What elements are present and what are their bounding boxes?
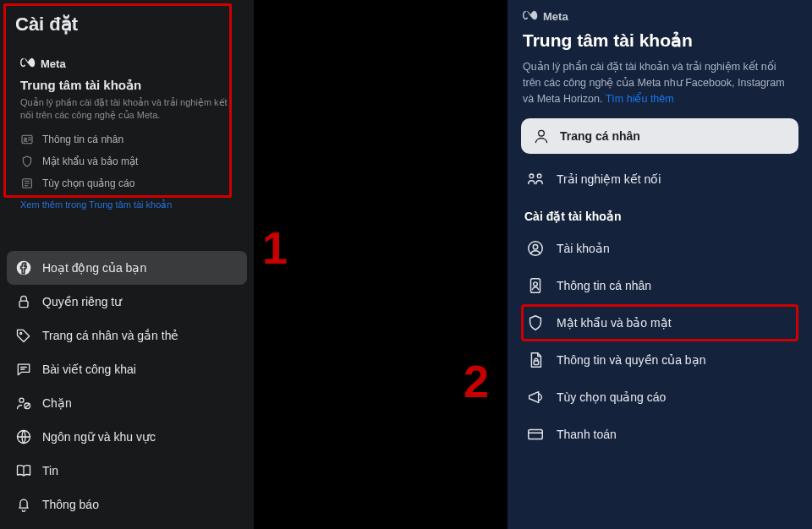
account-item-accounts[interactable]: Tài khoản [521,230,798,267]
account-settings-header: Cài đặt tài khoản [524,210,795,223]
bell-icon [15,496,32,513]
annotation-number-1: 1 [262,221,288,274]
svg-point-12 [537,174,541,178]
account-center-card-title: Trung tâm tài khoản [20,78,233,93]
ac-item-label: Thông tin cá nhân [42,134,123,145]
account-center-panel: 2 Meta Trung tâm tài khoản Quản lý phần … [508,0,812,529]
id-badge-icon [526,276,545,295]
meta-brand-label: Meta [41,57,66,70]
menu-language-region[interactable]: Ngôn ngữ và khu vực [7,420,247,454]
account-item-payments[interactable]: Thanh toán [521,416,798,453]
settings-title: Cài đặt [15,14,239,35]
svg-point-14 [533,245,538,250]
menu-label: Tin [42,464,58,477]
annotation-number-2: 2 [464,355,489,407]
person-block-icon [15,395,32,412]
ac-item-label: Mật khẩu và bảo mật [42,155,138,167]
menu-label: Bài viết công khai [42,363,136,376]
person-icon [533,128,550,145]
tag-icon [15,327,32,344]
account-center-card[interactable]: Meta Trung tâm tài khoản Quản lý phần cà… [12,49,242,221]
profile-button[interactable]: Trang cá nhân [521,118,798,154]
account-item-personal-info[interactable]: Thông tin cá nhân [521,267,798,304]
menu-your-activity[interactable]: Hoạt động của bạn [7,251,247,285]
svg-point-16 [534,282,538,286]
facebook-icon [15,259,32,276]
ac-item-ad-preferences[interactable]: Tùy chọn quảng cáo [15,172,239,194]
profile-button-label: Trang cá nhân [560,129,640,143]
connected-experiences-label: Trải nghiệm kết nối [557,172,661,186]
menu-privacy[interactable]: Quyền riêng tư [7,285,247,319]
menu-profile-tagging[interactable]: Trang cá nhân và gắn thẻ [7,319,247,352]
account-center-more-link[interactable]: Xem thêm trong Trung tâm tài khoản [20,199,233,210]
svg-rect-4 [19,301,28,308]
settings-menu: Hoạt động của bạn Quyền riêng tư Trang c… [7,251,247,529]
item-label: Thanh toán [557,428,617,441]
megaphone-icon [526,388,545,406]
menu-video[interactable]: Video [7,521,247,529]
account-item-info-permissions[interactable]: Thông tin và quyền của bạn [521,341,798,379]
panel-gap: 1 [254,0,508,529]
person-circle-icon [526,239,545,258]
menu-label: Hoạt động của bạn [42,261,146,275]
item-label: Thông tin và quyền của bạn [557,353,705,367]
shield-icon [20,155,34,168]
menu-label: Chặn [42,396,72,410]
newspaper-icon [20,177,34,190]
svg-rect-0 [22,135,32,143]
meta-brand: Meta [20,56,233,71]
menu-label: Quyền riêng tư [42,295,122,308]
id-card-icon [20,133,34,146]
connected-experiences[interactable]: Trải nghiệm kết nối [521,161,798,198]
menu-label: Thông báo [42,498,99,511]
account-center-desc: Quản lý phần cài đặt tài khoản và trải n… [523,59,797,106]
menu-label: Ngôn ngữ và khu vực [42,430,156,444]
menu-stories[interactable]: Tin [7,454,247,488]
svg-rect-18 [529,430,543,439]
menu-public-posts[interactable]: Bài viết công khai [7,352,247,386]
settings-panel: Cài đặt Meta Trung tâm tài khoản Quản lý… [0,0,254,529]
meta-brand-label: Meta [543,10,568,23]
svg-point-1 [25,138,27,140]
book-open-icon [15,462,32,479]
menu-label: Trang cá nhân và gắn thẻ [42,329,178,342]
account-item-password-security[interactable]: Mật khẩu và bảo mật [521,304,798,341]
svg-point-10 [539,131,545,137]
credit-card-icon [526,425,545,444]
menu-notifications[interactable]: Thông báo [7,488,247,521]
lock-icon [15,293,32,310]
account-center-shortlist: Thông tin cá nhân Mật khẩu và bảo mật Tù… [15,128,239,194]
ac-item-password-security[interactable]: Mật khẩu và bảo mật [15,150,239,172]
menu-blocking[interactable]: Chặn [7,386,247,420]
svg-point-6 [19,398,24,402]
ac-item-label: Tùy chọn quảng cáo [42,177,134,189]
globe-icon [15,428,32,445]
shield-icon [526,314,545,332]
learn-more-link[interactable]: Tìm hiểu thêm [606,93,674,105]
item-label: Thông tin cá nhân [557,279,651,292]
account-center-card-desc: Quản lý phần cài đặt tài khoản và trải n… [20,96,233,122]
svg-point-11 [529,174,534,178]
comment-icon [15,361,32,378]
item-label: Tài khoản [557,242,610,255]
svg-point-5 [20,332,22,334]
connected-people-icon [526,170,545,188]
account-center-title: Trung tâm tài khoản [523,30,797,51]
item-label: Mật khẩu và bảo mật [557,316,672,330]
meta-logo-icon [523,8,538,24]
ac-item-personal-info[interactable]: Thông tin cá nhân [15,128,239,150]
document-lock-icon [526,351,545,369]
meta-logo-icon [20,56,36,71]
meta-brand: Meta [523,8,797,24]
account-item-ad-preferences[interactable]: Tùy chọn quảng cáo [521,379,798,416]
item-label: Tùy chọn quảng cáo [557,390,666,404]
